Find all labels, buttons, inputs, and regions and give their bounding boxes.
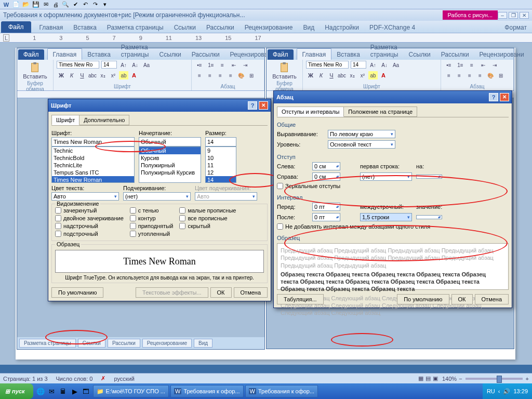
dontadd-checkbox[interactable]: Не добавлять интервал между абзацами одн… bbox=[277, 223, 509, 230]
spell-icon[interactable]: ✔ bbox=[71, 1, 79, 9]
case-icon[interactable]: Aa bbox=[142, 61, 151, 69]
btab-layout[interactable]: Разметка страницы bbox=[19, 339, 76, 348]
ok-button[interactable]: ОК bbox=[210, 287, 232, 298]
chk-shadow[interactable]: с тенью bbox=[130, 207, 174, 214]
dedent-icon[interactable]: ⇤ bbox=[229, 61, 238, 69]
linespacing-combo[interactable]: 1,5 строки bbox=[360, 213, 412, 221]
chk-strike[interactable]: зачеркнутый bbox=[55, 207, 124, 214]
default-button[interactable]: По умолчанию bbox=[51, 287, 103, 298]
mirror-checkbox[interactable]: Зеркальные отступы bbox=[277, 183, 509, 189]
print-icon[interactable]: 🖨 bbox=[51, 1, 60, 9]
bold-icon[interactable]: Ж bbox=[57, 71, 66, 79]
chk-allcaps[interactable]: все прописные bbox=[179, 215, 236, 221]
font-list[interactable]: Technic TechnicBold TechnicLite Tempus S… bbox=[51, 147, 135, 183]
email-icon[interactable]: ✉ bbox=[42, 1, 50, 9]
chk-dblstrike[interactable]: двойное зачеркивание bbox=[55, 215, 124, 221]
by-spin[interactable] bbox=[416, 175, 442, 179]
tray-expand-icon[interactable]: ‹ bbox=[498, 388, 500, 394]
multilevel-icon[interactable]: ≡ bbox=[218, 61, 227, 69]
left-spin[interactable]: 0 см bbox=[312, 162, 340, 170]
undo-icon[interactable]: ↶ bbox=[81, 1, 89, 9]
sub-icon[interactable]: x₂ bbox=[98, 71, 108, 79]
view-normal-icon[interactable]: ▦ bbox=[418, 375, 423, 382]
tab-mail[interactable]: Рассылки bbox=[201, 22, 240, 33]
mini2-tab-insert[interactable]: Вставка bbox=[331, 49, 365, 60]
paste-button-2[interactable]: Вставить bbox=[270, 61, 299, 81]
numbering-icon[interactable]: 1≡ bbox=[206, 61, 216, 69]
preview-icon[interactable]: 🔍 bbox=[61, 1, 70, 9]
tab-format[interactable]: Формат bbox=[499, 22, 532, 33]
default-button[interactable]: По умолчанию bbox=[397, 294, 449, 304]
btab-review[interactable]: Рецензирование bbox=[142, 339, 192, 348]
tab-pdf[interactable]: PDF-XChange 4 bbox=[364, 22, 420, 33]
tab-insert[interactable]: Вставка bbox=[68, 22, 102, 33]
highlight-icon[interactable]: ab bbox=[119, 71, 128, 79]
open-icon[interactable]: 📂 bbox=[22, 1, 30, 9]
size-input[interactable] bbox=[205, 137, 236, 147]
sup-icon[interactable]: x² bbox=[109, 71, 118, 79]
zoom-value[interactable]: 140% bbox=[442, 376, 457, 382]
font-name-input[interactable] bbox=[51, 137, 135, 147]
font-name-combo-2[interactable]: Times New Ro bbox=[306, 61, 349, 69]
more-icon[interactable]: ▾ bbox=[101, 1, 109, 9]
mini2-tab-home[interactable]: Главная bbox=[297, 48, 332, 60]
cancel-button[interactable]: Отмена bbox=[475, 294, 509, 304]
tray-lang[interactable]: RU bbox=[487, 388, 495, 394]
tabs-button[interactable]: Табуляция... bbox=[277, 294, 324, 304]
ql-desktop-icon[interactable]: 🗔 bbox=[81, 386, 91, 396]
textcolor-combo[interactable]: Авто bbox=[51, 192, 119, 201]
tab-addons[interactable]: Надстройки bbox=[320, 22, 364, 33]
tray-volume-icon[interactable]: 🔊 bbox=[503, 388, 510, 395]
shrink-font-icon[interactable]: A↓ bbox=[130, 61, 140, 69]
tab-review[interactable]: Рецензирование bbox=[240, 22, 298, 33]
align-right-icon[interactable]: ≡ bbox=[216, 71, 225, 79]
tab-file[interactable]: Файл bbox=[1, 21, 31, 33]
zoom-out-button[interactable]: − bbox=[459, 376, 462, 382]
view-web-icon[interactable]: ▤ bbox=[425, 375, 431, 382]
mini-tab-insert[interactable]: Вставка bbox=[82, 49, 116, 60]
mini-tab-refs[interactable]: Ссылки bbox=[154, 49, 186, 60]
mini2-tab-layout[interactable]: Разметка страницы bbox=[365, 42, 404, 60]
underline-icon[interactable]: Ч bbox=[77, 71, 87, 79]
close-button[interactable]: ✕ bbox=[520, 12, 529, 19]
page-status[interactable]: Страница: 1 из 3 bbox=[3, 376, 48, 382]
save-icon[interactable]: 💾 bbox=[32, 1, 40, 9]
close-icon[interactable]: ✕ bbox=[500, 93, 509, 101]
ql-calc-icon[interactable]: 🖩 bbox=[58, 386, 69, 396]
mini-tab-home[interactable]: Главная bbox=[47, 48, 83, 60]
grow-font-icon[interactable]: A↑ bbox=[119, 61, 128, 69]
after-spin[interactable]: 0 пт bbox=[312, 213, 340, 221]
tab-refs[interactable]: Ссылки bbox=[169, 22, 201, 33]
style-input[interactable] bbox=[139, 137, 201, 147]
help-button[interactable]: ? bbox=[248, 101, 257, 110]
indent-icon[interactable]: ⇥ bbox=[241, 61, 250, 69]
redo-icon[interactable]: ↷ bbox=[91, 1, 99, 9]
border-icon[interactable]: ⊞ bbox=[247, 71, 256, 79]
ql-ie-icon[interactable]: 🌐 bbox=[35, 386, 46, 396]
cancel-button[interactable]: Отмена bbox=[234, 287, 268, 298]
font-name-combo[interactable]: Times New Ro bbox=[57, 61, 99, 69]
bullets-icon[interactable]: •≡ bbox=[195, 61, 204, 69]
chk-smallcaps[interactable]: малые прописные bbox=[179, 207, 236, 214]
mini2-tab-review[interactable]: Рецензировани bbox=[474, 49, 529, 60]
font-size-combo-2[interactable]: 14 bbox=[351, 61, 366, 69]
ruler-toggle[interactable]: L bbox=[3, 34, 9, 42]
shading-icon[interactable]: 🎨 bbox=[236, 71, 246, 79]
fontcolor-icon[interactable]: A bbox=[129, 71, 139, 79]
ql-mail-icon[interactable]: ✉ bbox=[47, 386, 57, 396]
tab-home[interactable]: Главная bbox=[34, 22, 69, 33]
help-button[interactable]: ? bbox=[489, 93, 498, 101]
tray-clock[interactable]: 13:29 bbox=[513, 388, 528, 394]
firstline-combo[interactable]: (нет) bbox=[360, 172, 412, 181]
chk-sub[interactable]: подстрочный bbox=[55, 231, 124, 237]
mini2-tab-refs[interactable]: Ссылки bbox=[403, 49, 435, 60]
tab-layout[interactable]: Разметка страницы bbox=[102, 22, 169, 33]
font-tab[interactable]: Шрифт bbox=[51, 115, 79, 125]
align-center-icon[interactable]: ≡ bbox=[205, 71, 215, 79]
size-list[interactable]: 9 10 11 12 14 bbox=[205, 147, 236, 183]
strike-icon[interactable]: abc bbox=[88, 71, 97, 79]
taskbar-item[interactable]: WТребования к офор... bbox=[170, 385, 244, 397]
justify-icon[interactable]: ≡ bbox=[226, 71, 235, 79]
btab-view[interactable]: Вид bbox=[194, 339, 212, 348]
ql-player-icon[interactable]: ▶ bbox=[70, 386, 80, 396]
